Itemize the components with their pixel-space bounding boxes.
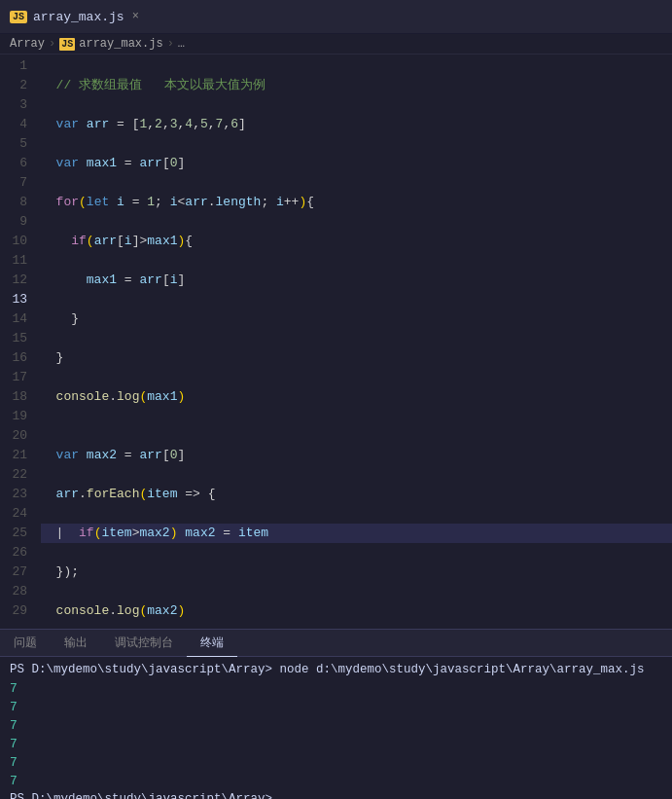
terminal-output-5: 7 [10,753,662,772]
tab-terminal[interactable]: 终端 [187,630,237,657]
terminal-output-3: 7 [10,716,662,735]
line-numbers: 1 2 3 4 5 6 7 8 9 10 11 12 13 14 15 16 1… [0,54,37,629]
code-editor[interactable]: // 求数组最值 本文以最大值为例 var arr = [1,2,3,4,5,7… [37,54,672,629]
tab-js-icon: JS [10,11,27,23]
breadcrumb: Array › JS array_max.js › … [0,34,672,54]
tab-label[interactable]: array_max.js [33,10,124,24]
breadcrumb-ellipsis: … [178,37,185,51]
terminal-output-4: 7 [10,735,662,753]
tab-output[interactable]: 输出 [51,630,101,657]
terminal-output-1: 7 [10,679,662,698]
editor: 1 2 3 4 5 6 7 8 9 10 11 12 13 14 15 16 1… [0,54,672,629]
panel-tabs: 问题 输出 调试控制台 终端 [0,630,672,657]
panel: 问题 输出 调试控制台 终端 PS D:\mydemo\study\javasc… [0,629,672,799]
terminal-content[interactable]: PS D:\mydemo\study\javascript\Array> nod… [0,657,672,799]
tab-bar: JS array_max.js × [0,0,672,34]
tab-problems[interactable]: 问题 [0,630,51,657]
breadcrumb-filename: array_max.js [79,37,162,51]
tab-debug-console[interactable]: 调试控制台 [101,630,187,657]
breadcrumb-array: Array [10,37,45,51]
terminal-command: PS D:\mydemo\study\javascript\Array> nod… [10,661,662,679]
tab-close-button[interactable]: × [132,10,139,23]
terminal-output-6: 7 [10,772,662,790]
terminal-prompt: PS D:\mydemo\study\javascript\Array> [10,790,662,799]
terminal-output-2: 7 [10,698,662,716]
breadcrumb-js-icon: JS [59,38,75,51]
